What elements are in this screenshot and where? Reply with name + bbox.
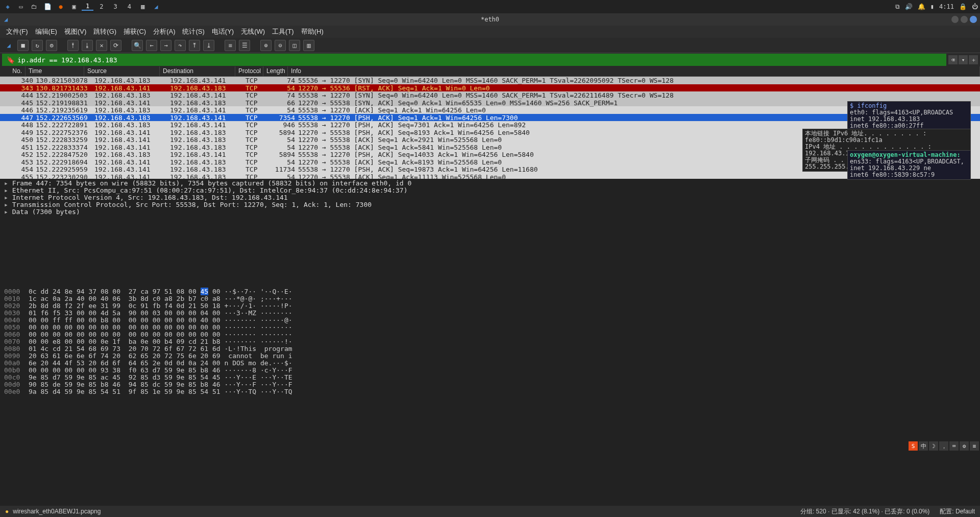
workspace-2[interactable]: 2 [95,3,107,10]
last-icon[interactable]: ⤓ [203,40,214,51]
filter-clear-icon[interactable]: ⌫ [948,55,958,64]
hex-row[interactable]: 004000 00 ff ff 00 00 b8 00 00 00 00 00 … [4,317,976,324]
ime-mode[interactable]: 中 [919,441,928,451]
tree-item[interactable]: Data (7300 bytes) [4,208,976,216]
firefox-icon[interactable]: ● [55,1,66,12]
hex-row[interactable]: 006000 00 00 00 00 00 00 00 00 00 00 00 … [4,331,976,338]
menu-stats[interactable]: 统计(S) [179,26,207,37]
terminal-icon[interactable]: ▣ [68,1,80,12]
ime-more-icon[interactable]: ≡ [970,441,979,451]
hex-row[interactable]: 007000 00 e8 00 00 00 0e 1f ba 0e 00 b4 … [4,338,976,345]
filter-apply-icon[interactable]: ▾ [959,55,968,64]
open-icon[interactable]: ⭱ [67,40,79,51]
jump-icon[interactable]: ↷ [175,40,186,51]
packet-row[interactable]: 455152.223230290192.168.43.141192.168.43… [0,173,980,179]
hex-row[interactable]: 00b000 00 00 00 00 00 93 38 f0 63 d7 59 … [4,367,976,374]
hex-row[interactable]: 00d090 85 de 59 9e 85 b8 46 94 85 dc 59 … [4,381,976,388]
minimize-button[interactable] [951,16,959,23]
col-src[interactable]: Source [84,66,160,76]
kali-menu-icon[interactable]: ◈ [2,1,13,12]
reload-icon[interactable]: ⟳ [110,40,121,51]
col-info[interactable]: Info [288,66,980,76]
restart-capture-icon[interactable]: ↻ [32,40,43,51]
sogou-icon[interactable]: S [909,441,918,451]
close-file-icon[interactable]: ✕ [96,40,107,51]
next-icon[interactable]: → [160,40,172,51]
save-icon[interactable]: ⭳ [82,40,93,51]
prev-icon[interactable]: ← [146,40,157,51]
workspace-3[interactable]: 3 [109,3,121,10]
packet-row[interactable]: 448152.222722891192.168.43.183192.168.43… [0,121,980,129]
menu-analyze[interactable]: 分析(A) [150,26,178,37]
tree-item[interactable]: Internet Protocol Version 4, Src: 192.16… [4,194,976,201]
autoscroll-icon[interactable]: ☰ [239,40,250,51]
notify-icon[interactable]: 🔔 [918,3,925,10]
menu-view[interactable]: 视图(V) [61,26,89,37]
status-profile[interactable]: 配置: Default [940,507,975,516]
zoom-in-icon[interactable]: ⊕ [260,40,272,51]
hex-row[interactable]: 00c09e 85 d7 59 9e 85 ac 45 92 85 d3 59 … [4,374,976,381]
menu-telephony[interactable]: 电话(Y) [209,26,237,37]
tree-item[interactable]: Frame 447: 7354 bytes on wire (58832 bit… [4,180,976,187]
menu-wireless[interactable]: 无线(W) [238,26,268,37]
ime-settings-icon[interactable]: ⚙ [960,441,969,451]
ime-moon-icon[interactable]: ☽ [929,441,938,451]
packet-row[interactable]: 340130.821503078192.168.43.183192.168.43… [0,77,980,84]
packet-bytes-pane[interactable]: 00000c dd 24 8e 94 37 08 00 27 ca 97 51 … [0,286,980,506]
first-icon[interactable]: ⤒ [189,40,200,51]
files-icon[interactable]: 🗀 [29,1,40,12]
app-task-icon[interactable]: ▦ [137,1,149,12]
packet-row[interactable]: 444152.219002503192.168.43.183192.168.43… [0,91,980,99]
col-dst[interactable]: Destination [160,66,235,76]
filter-add-icon[interactable]: ＋ [969,55,978,64]
resize-cols-icon[interactable]: ▥ [303,40,314,51]
ime-keyboard-icon[interactable]: ⌨ [949,441,959,451]
hex-row[interactable]: 00a06e 20 44 4f 53 20 6d 6f 64 65 2e 0d … [4,360,976,367]
hex-row[interactable]: 005000 00 00 00 00 00 00 00 00 00 00 00 … [4,324,976,331]
menu-edit[interactable]: 编辑(E) [32,26,60,37]
hex-row[interactable]: 003001 f6 f5 33 00 00 4d 5a 90 00 03 00 … [4,310,976,317]
zoom-reset-icon[interactable]: ◫ [289,40,300,51]
close-button[interactable] [970,16,977,23]
hex-row[interactable]: 009020 63 61 6e 6e 6f 74 20 62 65 20 72 … [4,353,976,360]
stop-capture-icon[interactable]: ■ [17,40,29,51]
hex-row[interactable]: 00101c ac 0a 2a 40 00 40 06 3b 8d c0 a8 … [4,295,976,302]
packet-row[interactable]: 445152.219198831192.168.43.141192.168.43… [0,99,980,107]
menu-capture[interactable]: 捕获(C) [120,26,149,37]
filter-bookmark-icon[interactable]: 🔖 [6,55,15,64]
col-time[interactable]: Time [26,66,84,76]
display-filter-input[interactable]: 🔖 ip.addr == 192.168.43.183 [2,54,946,66]
menu-go[interactable]: 跳转(G) [90,26,119,37]
col-proto[interactable]: Protocol [235,66,263,76]
zoom-out-icon[interactable]: ⊖ [275,40,286,51]
packet-row[interactable]: 343130.821731433192.168.43.141192.168.43… [0,84,980,92]
hex-row[interactable]: 00e09a 85 d4 59 9e 85 54 51 9f 85 1e 59 … [4,388,976,395]
battery-icon[interactable]: ▮ [930,3,934,10]
find-icon[interactable]: 🔍 [132,40,143,51]
wireshark-task-icon[interactable]: ◢ [151,1,162,12]
menu-tools[interactable]: 工具(T) [269,26,297,37]
ime-punct-icon[interactable]: ， [939,441,948,451]
start-capture-icon[interactable]: ◢ [3,40,14,51]
clock-text[interactable]: 4:11 [939,3,954,10]
tree-item[interactable]: Ethernet II, Src: PcsCompu_ca:97:51 (08:… [4,187,976,194]
packet-details-pane[interactable]: Frame 447: 7354 bytes on wire (58832 bit… [0,179,980,286]
hex-row[interactable]: 00000c dd 24 8e 94 37 08 00 27 ca 97 51 … [4,288,976,295]
menu-help[interactable]: 帮助(H) [298,26,327,37]
col-len[interactable]: Length [263,66,288,76]
desktop-icon[interactable]: ▭ [15,1,27,12]
workspace-4[interactable]: 4 [124,3,135,10]
note-icon[interactable]: 📄 [42,1,53,12]
packet-row[interactable]: 447152.222653569192.168.43.183192.168.43… [0,114,980,122]
maximize-button[interactable] [961,16,968,23]
packet-row[interactable]: 446152.219235619192.168.43.183192.168.43… [0,106,980,114]
options-icon[interactable]: ⚙ [46,40,57,51]
volume-icon[interactable]: 🔊 [905,3,913,10]
power-icon[interactable]: ⏻ [972,3,978,10]
ime-tray[interactable]: S 中 ☽ ， ⌨ ⚙ ≡ [909,441,979,451]
workspace-1[interactable]: 1 [82,3,93,11]
menu-file[interactable]: 文件(F) [3,26,31,37]
colorize-icon[interactable]: ≡ [225,40,236,51]
col-no[interactable]: No. [0,66,26,76]
hex-row[interactable]: 00202b 8d d8 f2 2f ee 31 99 0c 91 fb f4 … [4,302,976,310]
